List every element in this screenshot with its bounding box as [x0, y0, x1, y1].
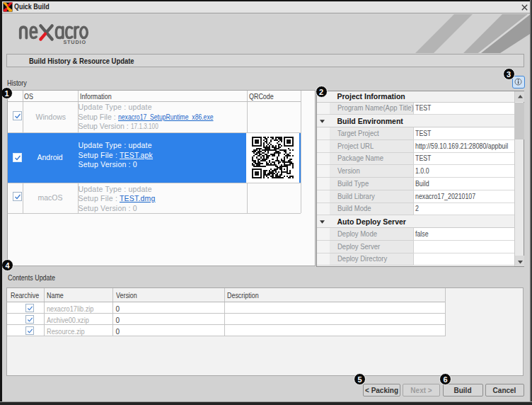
svg-text:STUDIO: STUDIO [63, 39, 86, 45]
